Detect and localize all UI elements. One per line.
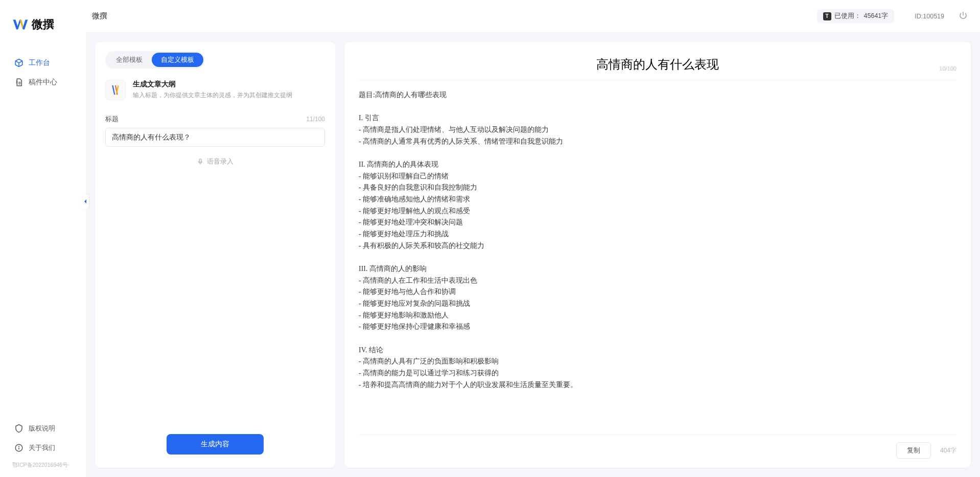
title-char-count: 11/100	[306, 116, 325, 123]
tab-custom-template[interactable]: 自定义模板	[152, 53, 203, 67]
output-panel: 高情商的人有什么表现 10/100 题目:高情商的人有哪些表现 I. 引言 - …	[344, 42, 971, 468]
copy-button[interactable]: 复制	[896, 442, 931, 459]
shield-icon	[14, 424, 24, 433]
output-word-count: 404字	[940, 446, 956, 455]
sidebar-footer: 版权说明 关于我们	[0, 419, 86, 458]
brand-logo: 微撰	[0, 16, 86, 53]
microphone-icon	[197, 158, 204, 165]
usage-value: 45641字	[864, 12, 889, 20]
template-outline-icon	[105, 80, 126, 100]
primary-nav: 工作台 稿件中心	[0, 53, 86, 419]
nav-label: 稿件中心	[29, 78, 57, 87]
power-icon	[959, 11, 968, 20]
nav-label: 关于我们	[29, 443, 55, 452]
logo-w-icon	[12, 16, 29, 33]
svg-point-2	[19, 446, 19, 447]
nav-label: 工作台	[29, 58, 50, 67]
template-title: 生成文章大纲	[133, 80, 292, 89]
logo-text: 微撰	[32, 17, 54, 32]
nav-copyright[interactable]: 版权说明	[8, 419, 78, 438]
voice-input-button[interactable]: 语音录入	[105, 157, 325, 166]
text-count-icon: T	[823, 12, 831, 20]
title-input[interactable]	[105, 128, 325, 147]
document-icon	[14, 78, 24, 87]
cube-icon	[14, 58, 24, 67]
page-title: 微撰	[92, 11, 107, 21]
svg-rect-3	[199, 159, 201, 162]
sidebar-collapse-handle[interactable]	[82, 194, 89, 209]
chevron-left-icon	[83, 199, 88, 204]
tab-all-templates[interactable]: 全部模板	[107, 53, 152, 67]
output-title-count: 10/100	[939, 65, 956, 72]
divider	[359, 80, 956, 80]
usage-pill[interactable]: T 已使用： 45641字	[817, 9, 895, 23]
info-icon	[14, 443, 24, 452]
template-tabs: 全部模板 自定义模板	[105, 51, 205, 69]
usage-prefix: 已使用：	[834, 12, 861, 20]
title-label: 标题	[105, 115, 119, 124]
nav-about[interactable]: 关于我们	[8, 438, 78, 458]
nav-drafts[interactable]: 稿件中心	[8, 73, 78, 92]
user-id: ID:100519	[915, 13, 944, 20]
nav-workbench[interactable]: 工作台	[8, 53, 78, 73]
output-body[interactable]: 题目:高情商的人有哪些表现 I. 引言 - 高情商是指人们处理情绪、与他人互动以…	[359, 89, 956, 429]
sidebar: 微撰 工作台 稿件中心 版权说明 关于我们 鄂ICP备2022016946号	[0, 0, 86, 477]
icp-text: 鄂ICP备2022016946号	[0, 458, 86, 469]
output-title: 高情商的人有什么表现	[596, 56, 719, 73]
template-card: 生成文章大纲 输入标题，为你提供文章主体的灵感，并为其创建推文提纲	[105, 80, 325, 100]
template-desc: 输入标题，为你提供文章主体的灵感，并为其创建推文提纲	[133, 91, 292, 100]
power-button[interactable]	[959, 11, 968, 21]
topbar: 微撰 T 已使用： 45641字 ID:100519	[86, 0, 980, 33]
nav-label: 版权说明	[29, 424, 55, 433]
input-panel: 全部模板 自定义模板 生成文章大纲 输入标题，为你提供文章主体的灵感，并为其创建…	[95, 42, 335, 468]
voice-input-label: 语音录入	[207, 157, 234, 166]
generate-button[interactable]: 生成内容	[167, 434, 264, 455]
